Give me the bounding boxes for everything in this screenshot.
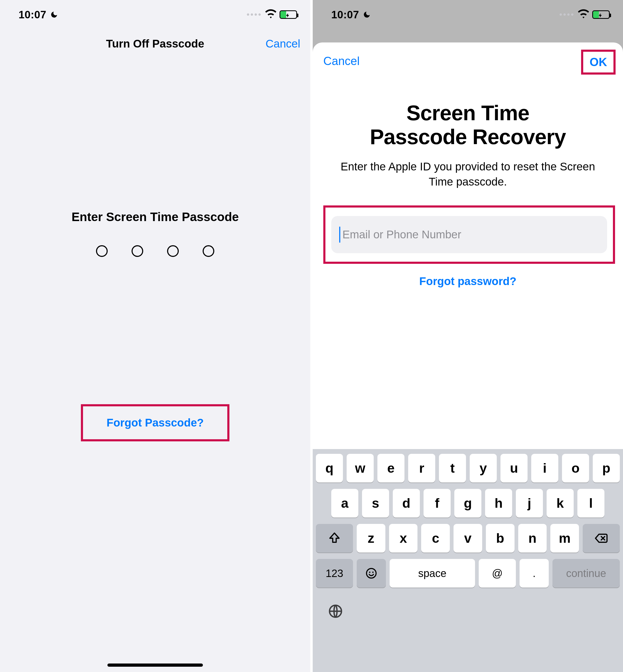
passcode-dots[interactable] xyxy=(0,245,310,257)
key-v[interactable]: v xyxy=(453,524,482,553)
key-o[interactable]: o xyxy=(562,454,589,482)
recovery-title: Screen Time Passcode Recovery xyxy=(323,101,613,149)
recovery-modal: Cancel OK Screen Time Passcode Recovery … xyxy=(313,43,623,672)
text-caret xyxy=(339,227,340,243)
passcode-dot xyxy=(96,245,108,257)
period-key[interactable]: . xyxy=(520,559,549,588)
cell-signal-dots-icon: •••• xyxy=(559,10,575,19)
key-q[interactable]: q xyxy=(316,454,343,482)
svg-point-0 xyxy=(366,568,376,578)
svg-point-2 xyxy=(372,571,374,573)
space-key[interactable]: space xyxy=(390,559,475,588)
annotation-highlight: Forgot Passcode? xyxy=(81,404,230,441)
shift-icon xyxy=(328,531,342,545)
forgot-password-link[interactable]: Forgot password? xyxy=(323,275,613,288)
battery-charging-icon xyxy=(592,10,610,19)
passcode-prompt: Enter Screen Time Passcode xyxy=(0,210,310,257)
apple-id-input[interactable]: Email or Phone Number xyxy=(331,216,607,253)
emoji-icon xyxy=(365,567,378,580)
status-bar: 10:07 •••• xyxy=(313,0,623,29)
key-t[interactable]: t xyxy=(439,454,466,482)
key-c[interactable]: c xyxy=(421,524,450,553)
keyboard-row-1: qwertyuiop xyxy=(316,454,620,482)
status-right: •••• xyxy=(559,9,610,20)
status-time: 10:07 xyxy=(19,9,47,21)
cancel-button[interactable]: Cancel xyxy=(323,54,360,68)
key-x[interactable]: x xyxy=(389,524,418,553)
wifi-icon xyxy=(265,9,276,20)
cell-signal-dots-icon: •••• xyxy=(247,10,262,19)
key-l[interactable]: l xyxy=(577,489,604,517)
key-n[interactable]: n xyxy=(518,524,547,553)
key-i[interactable]: i xyxy=(531,454,558,482)
do-not-disturb-moon-icon xyxy=(50,10,58,19)
backspace-icon xyxy=(594,531,608,545)
status-time: 10:07 xyxy=(331,9,359,21)
emoji-key[interactable] xyxy=(357,559,386,588)
key-y[interactable]: y xyxy=(470,454,497,482)
key-j[interactable]: j xyxy=(516,489,543,517)
annotation-highlight: OK xyxy=(581,50,616,75)
numbers-key[interactable]: 123 xyxy=(316,559,353,588)
key-w[interactable]: w xyxy=(347,454,374,482)
key-k[interactable]: k xyxy=(546,489,574,517)
wifi-icon xyxy=(578,9,589,20)
do-not-disturb-moon-icon xyxy=(363,10,371,19)
battery-charging-icon xyxy=(279,10,297,19)
recovery-subtitle: Enter the Apple ID you provided to reset… xyxy=(323,159,613,189)
nav-title: Turn Off Passcode xyxy=(106,37,204,50)
backspace-key[interactable] xyxy=(583,524,620,553)
key-b[interactable]: b xyxy=(486,524,514,553)
continue-key[interactable]: continue xyxy=(553,559,620,588)
forgot-passcode-link[interactable]: Forgot Passcode? xyxy=(107,416,204,429)
key-f[interactable]: f xyxy=(423,489,451,517)
recovery-title-line2: Passcode Recovery xyxy=(323,125,613,149)
key-m[interactable]: m xyxy=(550,524,579,553)
passcode-dot xyxy=(131,245,143,257)
status-left: 10:07 xyxy=(331,9,371,21)
key-p[interactable]: p xyxy=(593,454,620,482)
key-a[interactable]: a xyxy=(331,489,358,517)
ok-button[interactable]: OK xyxy=(590,55,607,69)
screen-right-recovery: 10:07 •••• Cancel OK Screen Time Passc xyxy=(313,0,623,672)
apple-id-placeholder: Email or Phone Number xyxy=(343,228,461,241)
passcode-dot xyxy=(167,245,179,257)
globe-icon[interactable] xyxy=(328,603,344,619)
keyboard: qwertyuiop asdfghjkl zxcvbnm 123 space @… xyxy=(313,449,623,672)
home-indicator[interactable] xyxy=(108,664,203,667)
status-left: 10:07 xyxy=(19,9,58,21)
keyboard-bottom-bar xyxy=(316,594,620,628)
status-right: •••• xyxy=(247,9,297,20)
svg-point-1 xyxy=(369,571,370,573)
nav-bar: Turn Off Passcode Cancel xyxy=(0,29,310,58)
passcode-prompt-label: Enter Screen Time Passcode xyxy=(0,210,310,224)
recovery-title-line1: Screen Time xyxy=(323,101,613,125)
shift-key[interactable] xyxy=(316,524,353,553)
key-u[interactable]: u xyxy=(501,454,528,482)
modal-nav: Cancel OK xyxy=(323,54,613,75)
key-g[interactable]: g xyxy=(454,489,481,517)
screen-left-passcode: 10:07 •••• Turn Off Passcode Cancel Ente… xyxy=(0,0,310,672)
annotation-highlight: Email or Phone Number xyxy=(323,205,615,264)
key-s[interactable]: s xyxy=(362,489,389,517)
keyboard-row-4: 123 space @ . continue xyxy=(316,559,620,588)
keyboard-row-2: asdfghjkl xyxy=(316,489,620,517)
key-r[interactable]: r xyxy=(408,454,435,482)
cancel-button[interactable]: Cancel xyxy=(266,37,300,50)
keyboard-row-3: zxcvbnm xyxy=(316,524,620,553)
key-d[interactable]: d xyxy=(393,489,420,517)
passcode-dot xyxy=(203,245,214,257)
status-bar: 10:07 •••• xyxy=(0,0,310,29)
key-h[interactable]: h xyxy=(485,489,512,517)
key-e[interactable]: e xyxy=(377,454,405,482)
key-z[interactable]: z xyxy=(357,524,385,553)
at-key[interactable]: @ xyxy=(479,559,516,588)
